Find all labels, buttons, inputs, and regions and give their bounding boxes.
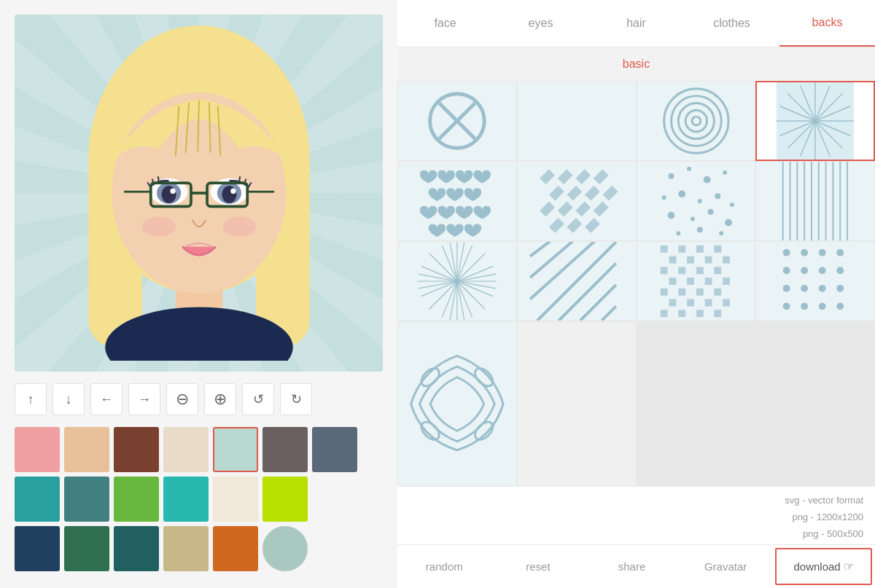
- color-swatch[interactable]: [64, 526, 109, 571]
- svg-rect-132: [714, 289, 721, 296]
- svg-point-152: [819, 285, 826, 292]
- back-item-circles[interactable]: [637, 81, 756, 161]
- svg-point-13: [161, 186, 176, 203]
- left-panel: ↑ ↓ ← → ⊖ ⊕ ↺ ↻: [0, 0, 397, 588]
- color-swatch[interactable]: [163, 526, 209, 571]
- svg-point-142: [783, 249, 790, 256]
- undo-button[interactable]: ↺: [242, 383, 274, 415]
- svg-point-69: [678, 190, 685, 197]
- svg-rect-121: [660, 267, 667, 274]
- back-item-none[interactable]: [397, 81, 517, 161]
- tab-backs[interactable]: backs: [779, 0, 875, 47]
- svg-rect-125: [669, 278, 676, 285]
- color-swatch[interactable]: [114, 526, 159, 571]
- svg-rect-116: [714, 246, 721, 253]
- svg-point-17: [222, 186, 236, 203]
- color-swatch[interactable]: [262, 477, 308, 522]
- color-swatch[interactable]: [213, 526, 258, 571]
- color-swatch[interactable]: [64, 477, 109, 522]
- svg-point-79: [719, 231, 723, 235]
- svg-rect-137: [660, 310, 667, 317]
- svg-point-64: [668, 173, 674, 179]
- tabs: face eyes hair clothes backs: [397, 0, 875, 47]
- svg-point-76: [725, 219, 732, 227]
- back-item-stripes[interactable]: [517, 241, 637, 321]
- download-png-1200[interactable]: png - 1200x1200: [792, 509, 863, 525]
- svg-point-68: [661, 195, 666, 200]
- back-item-polka[interactable]: [755, 241, 875, 321]
- gravatar-button[interactable]: Gravatar: [679, 545, 773, 588]
- color-swatch[interactable]: [262, 427, 308, 472]
- color-swatch[interactable]: [213, 477, 258, 522]
- download-svg[interactable]: svg - vector format: [785, 493, 863, 508]
- svg-rect-31: [656, 82, 735, 160]
- svg-point-72: [730, 203, 734, 207]
- tab-face[interactable]: face: [397, 0, 493, 47]
- svg-rect-126: [687, 278, 694, 285]
- download-png-500[interactable]: png - 500x500: [803, 526, 863, 541]
- redo-button[interactable]: ↻: [280, 383, 312, 415]
- svg-rect-158: [398, 345, 516, 463]
- color-swatch[interactable]: [114, 427, 159, 472]
- tab-clothes[interactable]: clothes: [684, 0, 779, 47]
- svg-point-146: [783, 267, 790, 274]
- color-swatch[interactable]: [15, 477, 60, 522]
- avatar-svg: [31, 26, 367, 361]
- svg-point-154: [783, 302, 790, 310]
- reset-button[interactable]: reset: [491, 545, 586, 588]
- svg-point-75: [707, 209, 713, 215]
- svg-point-147: [801, 267, 808, 274]
- random-button[interactable]: random: [397, 545, 491, 588]
- tab-eyes[interactable]: eyes: [493, 0, 588, 47]
- color-swatch[interactable]: [64, 427, 109, 472]
- svg-point-148: [819, 267, 826, 274]
- back-item-empty[interactable]: [517, 321, 637, 487]
- svg-rect-124: [714, 267, 721, 274]
- back-item-hearts[interactable]: [397, 161, 517, 241]
- color-swatch[interactable]: [15, 427, 60, 472]
- back-item-blank[interactable]: [517, 81, 637, 161]
- svg-rect-131: [696, 289, 703, 296]
- svg-point-77: [676, 231, 680, 235]
- svg-rect-136: [723, 299, 730, 307]
- zoom-out-button[interactable]: ⊖: [166, 383, 198, 415]
- color-swatch[interactable]: [163, 477, 209, 522]
- move-right-button[interactable]: →: [128, 383, 160, 415]
- svg-rect-139: [696, 310, 703, 317]
- svg-point-67: [723, 170, 727, 175]
- svg-point-14: [170, 189, 175, 194]
- svg-point-25: [222, 216, 256, 237]
- svg-rect-120: [723, 256, 730, 264]
- share-button[interactable]: share: [585, 545, 679, 588]
- svg-rect-118: [687, 256, 694, 264]
- download-button[interactable]: download ☞: [775, 548, 872, 585]
- svg-rect-138: [678, 310, 685, 317]
- color-swatch[interactable]: [15, 526, 60, 571]
- back-item-dots[interactable]: [637, 161, 756, 241]
- svg-rect-123: [696, 267, 703, 274]
- back-item-swirl[interactable]: [397, 321, 517, 487]
- color-swatch[interactable]: [114, 477, 159, 522]
- move-down-button[interactable]: ↓: [52, 383, 85, 415]
- svg-point-149: [837, 267, 844, 274]
- svg-point-145: [837, 249, 844, 256]
- back-item-sunburst[interactable]: [755, 81, 875, 161]
- back-item-starburst2[interactable]: [397, 241, 517, 321]
- back-item-diamonds[interactable]: [517, 161, 637, 241]
- move-left-button[interactable]: ←: [90, 383, 122, 415]
- back-item-squares[interactable]: [637, 241, 756, 321]
- svg-point-71: [715, 193, 720, 199]
- color-swatch-selected[interactable]: [213, 427, 258, 472]
- svg-rect-140: [714, 310, 721, 317]
- back-item-lines[interactable]: [755, 161, 875, 241]
- tab-hair[interactable]: hair: [588, 0, 684, 47]
- move-up-button[interactable]: ↑: [15, 383, 47, 415]
- svg-rect-114: [678, 246, 685, 253]
- zoom-in-button[interactable]: ⊕: [204, 383, 236, 415]
- svg-point-150: [783, 285, 790, 292]
- svg-point-70: [697, 199, 701, 203]
- color-swatch[interactable]: [312, 427, 357, 472]
- color-swatch-circle[interactable]: [262, 526, 308, 571]
- svg-point-73: [667, 212, 674, 219]
- color-swatch[interactable]: [163, 427, 209, 472]
